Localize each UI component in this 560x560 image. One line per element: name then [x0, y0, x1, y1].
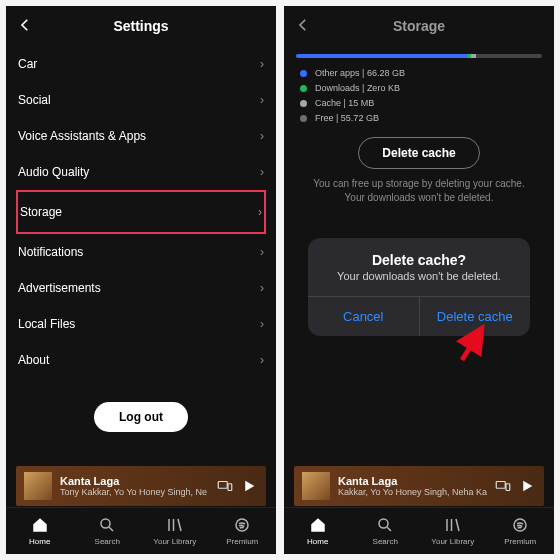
chevron-right-icon: ›	[260, 57, 264, 71]
chevron-right-icon: ›	[260, 281, 264, 295]
storage-hint: You can free up storage by deleting your…	[284, 177, 554, 205]
page-title: Settings	[113, 18, 168, 34]
legend-downloads: Downloads | Zero KB	[300, 83, 538, 93]
svg-point-2	[101, 519, 110, 528]
settings-item-ads[interactable]: Advertisements›	[18, 270, 264, 306]
storage-legend: Other apps | 66.28 GB Downloads | Zero K…	[284, 68, 554, 123]
tab-search[interactable]: Search	[74, 508, 142, 554]
bar-cache	[471, 54, 476, 58]
svg-rect-0	[218, 482, 227, 489]
chevron-right-icon: ›	[260, 129, 264, 143]
tab-bar: Home Search Your Library Premium	[284, 507, 554, 554]
settings-item-storage[interactable]: Storage›	[16, 190, 266, 234]
tab-library[interactable]: Your Library	[419, 508, 487, 554]
storage-screen: Storage Other apps | 66.28 GB Downloads …	[284, 6, 554, 554]
dialog-message: Your downloads won't be deleted.	[308, 270, 530, 296]
header: Settings	[6, 6, 276, 46]
svg-point-6	[379, 519, 388, 528]
track-artist: Tony Kakkar, Yo Yo Honey Singh, Ne	[60, 487, 210, 497]
tab-bar: Home Search Your Library Premium	[6, 507, 276, 554]
settings-item-voice[interactable]: Voice Assistants & Apps›	[18, 118, 264, 154]
tab-library[interactable]: Your Library	[141, 508, 209, 554]
album-art	[302, 472, 330, 500]
page-title: Storage	[393, 18, 445, 34]
track-artist: Kakkar, Yo Yo Honey Singh, Neha Ka	[338, 487, 488, 497]
devices-icon[interactable]	[494, 477, 512, 495]
settings-item-car[interactable]: Car›	[18, 46, 264, 82]
track-title: Kanta Laga	[60, 475, 210, 487]
tab-search[interactable]: Search	[352, 508, 420, 554]
dialog-cancel-button[interactable]: Cancel	[308, 297, 419, 336]
chevron-right-icon: ›	[260, 165, 264, 179]
legend-free: Free | 55.72 GB	[300, 113, 538, 123]
tab-home[interactable]: Home	[284, 508, 352, 554]
now-playing-bar[interactable]: Kanta Laga Tony Kakkar, Yo Yo Honey Sing…	[16, 466, 266, 506]
settings-item-about[interactable]: About›	[18, 342, 264, 378]
settings-item-social[interactable]: Social›	[18, 82, 264, 118]
chevron-right-icon: ›	[258, 205, 262, 219]
logout-button[interactable]: Log out	[94, 402, 188, 432]
dialog-title: Delete cache?	[308, 238, 530, 270]
tab-home[interactable]: Home	[6, 508, 74, 554]
chevron-right-icon: ›	[260, 353, 264, 367]
storage-bar	[296, 54, 542, 58]
svg-rect-1	[228, 484, 232, 491]
back-icon[interactable]	[294, 16, 312, 34]
legend-other: Other apps | 66.28 GB	[300, 68, 538, 78]
legend-cache: Cache | 15 MB	[300, 98, 538, 108]
chevron-right-icon: ›	[260, 317, 264, 331]
tab-premium[interactable]: Premium	[209, 508, 277, 554]
settings-item-notifications[interactable]: Notifications›	[18, 234, 264, 270]
tab-premium[interactable]: Premium	[487, 508, 555, 554]
play-icon[interactable]	[240, 477, 258, 495]
svg-rect-4	[496, 482, 505, 489]
header: Storage	[284, 6, 554, 46]
settings-screen: Settings Car› Social› Voice Assistants &…	[6, 6, 276, 554]
track-title: Kanta Laga	[338, 475, 488, 487]
back-icon[interactable]	[16, 16, 34, 34]
bar-other	[296, 54, 468, 58]
settings-item-audio[interactable]: Audio Quality›	[18, 154, 264, 190]
dialog-confirm-button[interactable]: Delete cache	[419, 297, 531, 336]
settings-list: Car› Social› Voice Assistants & Apps› Au…	[6, 46, 276, 378]
album-art	[24, 472, 52, 500]
delete-cache-dialog: Delete cache? Your downloads won't be de…	[308, 238, 530, 336]
now-playing-bar[interactable]: Kanta Laga Kakkar, Yo Yo Honey Singh, Ne…	[294, 466, 544, 506]
svg-rect-5	[506, 484, 510, 491]
settings-item-local[interactable]: Local Files›	[18, 306, 264, 342]
chevron-right-icon: ›	[260, 245, 264, 259]
devices-icon[interactable]	[216, 477, 234, 495]
chevron-right-icon: ›	[260, 93, 264, 107]
play-icon[interactable]	[518, 477, 536, 495]
delete-cache-button[interactable]: Delete cache	[358, 137, 480, 169]
